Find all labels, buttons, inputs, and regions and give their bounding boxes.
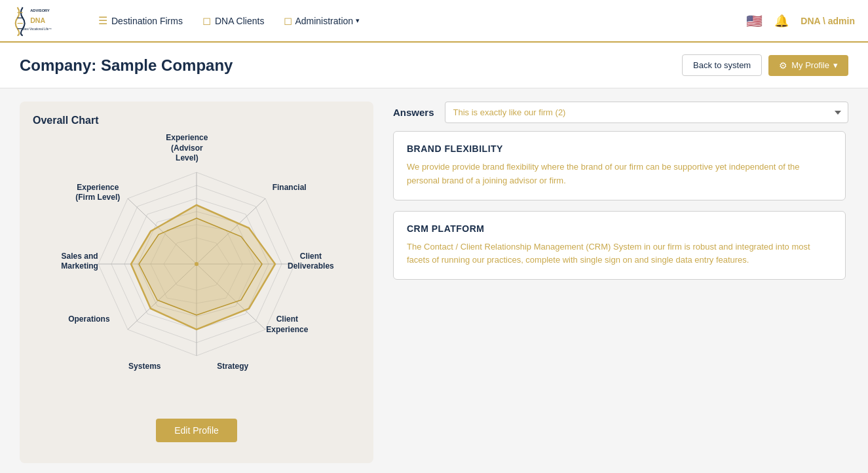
answers-label: Answers — [393, 107, 434, 118]
administration-icon: ◻ — [284, 14, 292, 27]
answers-panel: Answers This is exactly like our firm (2… — [393, 102, 848, 463]
svg-text:ADVISORY: ADVISORY — [30, 9, 50, 12]
answers-header: Answers This is exactly like our firm (2… — [393, 102, 848, 123]
notification-bell-icon[interactable]: 🔔 — [774, 14, 789, 28]
profile-chevron-icon: ▾ — [833, 60, 838, 70]
label-operations: Operations — [64, 314, 113, 325]
crm-platform-title: CRM PLATFORM — [407, 223, 832, 234]
label-systems: Systems — [125, 362, 164, 372]
label-experience-firm: Experience(Firm Level) — [70, 183, 126, 203]
svg-text:Best Vocational Life™: Best Vocational Life™ — [23, 28, 52, 31]
radar-chart: Experience(AdvisorLevel) Financial Clien… — [59, 133, 334, 408]
label-strategy: Strategy — [213, 362, 252, 372]
page-header: Company: Sample Company Back to system ⚙… — [0, 43, 868, 88]
label-client-deliverables: ClientDeliverables — [284, 252, 337, 272]
nav-destination-firms[interactable]: ☰ Destination Firms — [98, 14, 183, 27]
main-content: Overall Chart — [0, 88, 868, 473]
navbar: ADVISORY DNA Best Vocational Life™ ☰ Des… — [0, 0, 868, 43]
answers-select[interactable]: This is exactly like our firm (2)This is… — [445, 102, 848, 123]
svg-text:DNA: DNA — [30, 16, 45, 24]
dna-clients-icon: ◻ — [202, 14, 211, 27]
answers-scroll[interactable]: BRAND FLEXIBILITY We provide provide bra… — [393, 131, 848, 445]
chart-panel: Overall Chart — [20, 102, 373, 463]
header-actions: Back to system ⚙ My Profile ▾ — [682, 54, 848, 76]
brand-flexibility-text: We provide provide brand flexibility whe… — [407, 161, 832, 188]
edit-profile-button[interactable]: Edit Profile — [156, 419, 237, 442]
navbar-right: 🇺🇸 🔔 DNA \ admin — [746, 13, 855, 29]
label-client-experience: ClientExperience — [263, 314, 312, 335]
label-financial: Financial — [268, 183, 311, 193]
nav-dna-clients[interactable]: ◻ DNA Clients — [202, 14, 264, 27]
answer-card-brand-flexibility: BRAND FLEXIBILITY We provide provide bra… — [393, 131, 846, 200]
back-to-system-button[interactable]: Back to system — [682, 54, 762, 76]
label-experience-advisor: Experience(AdvisorLevel) — [160, 133, 213, 164]
label-sales-marketing: Sales andMarketing — [54, 252, 106, 272]
nav-administration[interactable]: ◻ Administration ▾ — [284, 14, 360, 27]
user-label[interactable]: DNA \ admin — [801, 16, 855, 26]
svg-point-19 — [195, 262, 198, 266]
page-title: Company: Sample Company — [20, 56, 233, 75]
gear-icon: ⚙ — [779, 60, 787, 71]
crm-platform-text: The Contact / Client Relationship Manage… — [407, 240, 832, 268]
navbar-links: ☰ Destination Firms ◻ DNA Clients ◻ Admi… — [98, 14, 746, 27]
logo[interactable]: ADVISORY DNA Best Vocational Life™ — [13, 3, 72, 39]
language-flag-icon[interactable]: 🇺🇸 — [746, 13, 763, 29]
brand-flexibility-title: BRAND FLEXIBILITY — [407, 143, 832, 154]
my-profile-button[interactable]: ⚙ My Profile ▾ — [768, 55, 848, 76]
answer-card-crm-platform: CRM PLATFORM The Contact / Client Relati… — [393, 211, 846, 280]
chart-title: Overall Chart — [33, 115, 98, 126]
destination-firms-icon: ☰ — [98, 14, 107, 27]
administration-chevron: ▾ — [356, 16, 360, 25]
